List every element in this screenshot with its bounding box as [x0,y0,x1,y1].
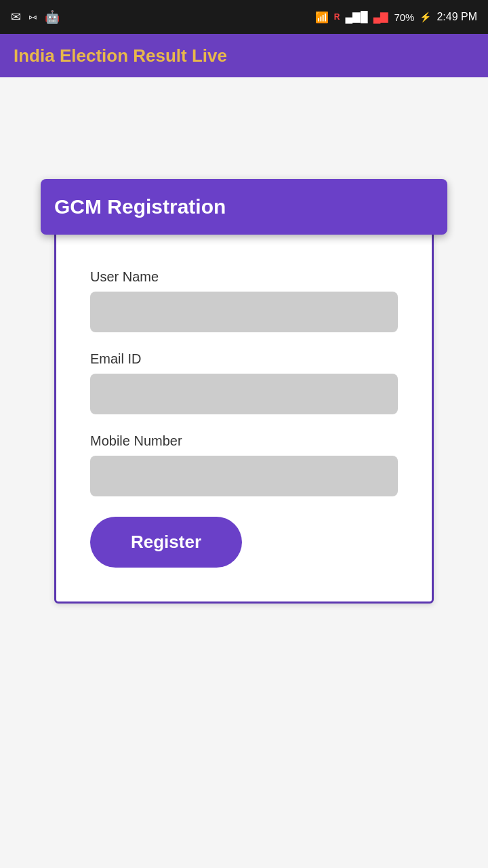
register-button[interactable]: Register [90,517,242,568]
mobile-group: Mobile Number [90,433,398,496]
signal-bars-icon: ▄▇█ [345,11,367,23]
email-label: Email ID [90,351,398,367]
charging-icon: ⚡ [420,12,431,22]
status-bar: ✉ ⑅ 🤖 📶 R ▄▇█ ▄▇ 70% ⚡ 2:49 PM [0,0,488,34]
username-label: User Name [90,269,398,285]
android-icon: 🤖 [45,9,60,24]
network-r-badge: R [334,12,340,22]
username-group: User Name [90,269,398,332]
battery-percent: 70% [394,12,414,23]
email-group: Email ID [90,351,398,414]
app-bar: India Election Result Live [0,34,488,77]
status-right-info: 📶 R ▄▇█ ▄▇ 70% ⚡ 2:49 PM [315,11,477,24]
card-header-banner: GCM Registration [41,179,447,235]
main-content: GCM Registration User Name Email ID Mobi… [0,77,488,868]
app-title: India Election Result Live [14,45,227,66]
status-left-icons: ✉ ⑅ 🤖 [11,9,60,24]
usb-icon: ⑅ [29,10,37,24]
time-display: 2:49 PM [436,11,477,23]
wifi-icon: 📶 [315,11,329,24]
registration-card: User Name Email ID Mobile Number Registe… [54,199,434,604]
whatsapp-icon: ✉ [11,9,21,24]
signal-bars-2-icon: ▄▇ [373,11,389,23]
username-input[interactable] [90,292,398,332]
mobile-input[interactable] [90,456,398,496]
email-input[interactable] [90,374,398,414]
form-heading: GCM Registration [54,195,226,218]
card-wrapper: GCM Registration User Name Email ID Mobi… [54,199,434,800]
mobile-label: Mobile Number [90,433,398,449]
